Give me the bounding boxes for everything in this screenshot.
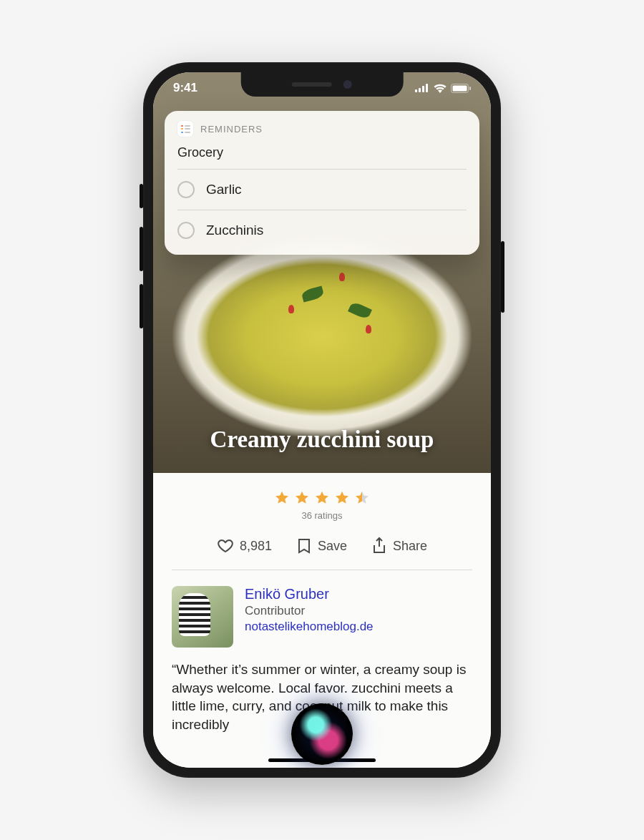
recipe-title: Creamy zucchini soup bbox=[210, 426, 434, 453]
heart-icon bbox=[217, 537, 234, 555]
reminders-app-icon bbox=[177, 121, 193, 137]
star-icon bbox=[274, 490, 290, 506]
power-button[interactable] bbox=[501, 241, 504, 313]
svg-rect-3 bbox=[426, 84, 428, 92]
star-icon bbox=[314, 490, 330, 506]
reminders-list-title: Grocery bbox=[177, 145, 467, 170]
author-site-link[interactable]: notastelikehomeblog.de bbox=[245, 620, 374, 634]
svg-rect-1 bbox=[419, 88, 421, 92]
battery-icon bbox=[451, 84, 471, 93]
notch bbox=[241, 72, 404, 97]
reminder-checkbox[interactable] bbox=[177, 181, 195, 198]
mute-switch[interactable] bbox=[140, 184, 143, 208]
svg-rect-5 bbox=[453, 85, 467, 91]
author-role: Contributor bbox=[245, 604, 374, 618]
reminder-checkbox[interactable] bbox=[177, 222, 195, 239]
share-label: Share bbox=[393, 539, 427, 554]
svg-rect-0 bbox=[415, 89, 417, 92]
svg-rect-6 bbox=[469, 87, 471, 90]
author-block[interactable]: Enikö Gruber Contributor notastelikehome… bbox=[172, 586, 472, 648]
cellular-icon bbox=[415, 84, 429, 92]
screen: 9:41 Creamy zucchini soup bbox=[153, 72, 491, 768]
volume-up-button[interactable] bbox=[140, 227, 143, 271]
author-name: Enikö Gruber bbox=[245, 586, 374, 602]
volume-down-button[interactable] bbox=[140, 284, 143, 328]
reminder-item[interactable]: Garlic bbox=[177, 170, 467, 210]
reminders-card[interactable]: REMINDERS Grocery Garlic Zucchinis bbox=[165, 111, 479, 255]
like-count: 8,981 bbox=[240, 539, 272, 554]
star-icon bbox=[294, 490, 310, 506]
svg-rect-2 bbox=[422, 86, 424, 92]
ratings-count: 36 ratings bbox=[172, 510, 472, 521]
wifi-icon bbox=[434, 84, 447, 93]
share-button[interactable]: Share bbox=[371, 537, 427, 555]
rating-stars[interactable] bbox=[172, 490, 472, 506]
reminder-item-label: Zucchinis bbox=[206, 223, 263, 238]
speaker-grille bbox=[292, 82, 332, 87]
avatar bbox=[172, 586, 233, 648]
like-button[interactable]: 8,981 bbox=[217, 537, 272, 555]
save-label: Save bbox=[318, 539, 347, 554]
reminders-app-label: REMINDERS bbox=[200, 124, 263, 135]
star-icon bbox=[334, 490, 350, 506]
siri-orb[interactable] bbox=[291, 703, 353, 765]
save-button[interactable]: Save bbox=[296, 537, 347, 555]
reminder-item-label: Garlic bbox=[206, 182, 242, 197]
star-half-icon bbox=[354, 490, 370, 506]
status-time: 9:41 bbox=[173, 81, 197, 95]
reminder-item[interactable]: Zucchinis bbox=[177, 210, 467, 250]
front-camera bbox=[343, 80, 352, 89]
share-icon bbox=[371, 537, 387, 555]
phone-frame: 9:41 Creamy zucchini soup bbox=[143, 62, 501, 778]
bookmark-icon bbox=[296, 537, 312, 555]
